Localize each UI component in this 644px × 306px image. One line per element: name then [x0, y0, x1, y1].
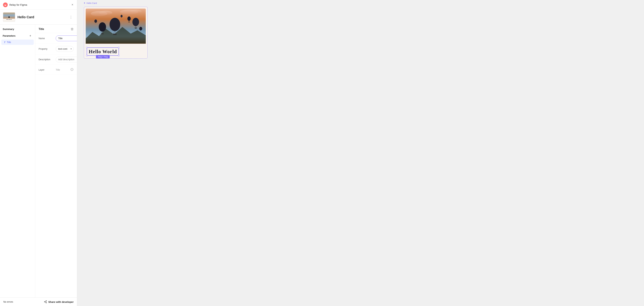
svg-point-15	[99, 11, 112, 15]
property-select[interactable]: text-content visible fill	[56, 46, 74, 52]
svg-rect-25	[101, 33, 104, 34]
panel-footer: No errors Share with developer	[0, 298, 77, 306]
description-input[interactable]	[56, 57, 77, 62]
relay-logo-icon	[3, 2, 8, 7]
card-title-text: Hello World	[89, 49, 117, 54]
share-with-developer-button[interactable]: Share with developer	[44, 300, 74, 303]
component-thumbnail: Hello World	[3, 12, 15, 22]
params-sidebar: Summary Parameters + T Title	[0, 25, 35, 298]
app-title: Relay for Figma	[10, 3, 27, 6]
thumbnail-image	[3, 12, 15, 18]
property-label: Property	[38, 47, 54, 50]
card-image	[86, 8, 146, 44]
share-icon	[44, 300, 47, 303]
svg-point-3	[72, 69, 72, 70]
svg-point-10	[46, 302, 46, 303]
svg-rect-29	[135, 28, 137, 28]
component-header-left: Hello World Hello Card	[3, 12, 34, 22]
summary-section-title: Summary	[0, 25, 35, 32]
svg-line-12	[45, 301, 46, 302]
svg-point-8	[46, 301, 46, 302]
param-name: Title	[7, 41, 11, 43]
left-panel: Relay for Figma × Hello World Hello Card…	[0, 0, 77, 306]
svg-point-35	[139, 27, 142, 30]
add-parameter-button[interactable]: +	[28, 34, 32, 38]
svg-point-30	[128, 16, 131, 21]
svg-point-37	[120, 15, 122, 17]
svg-point-18	[110, 18, 120, 31]
svg-rect-32	[128, 22, 130, 22]
canvas-component-name: Hello Card	[86, 2, 97, 4]
layer-field-row: Layer Title	[35, 65, 77, 75]
panel-header: Relay for Figma ×	[0, 0, 77, 10]
selection-handle-top-left	[86, 47, 88, 48]
property-select-wrapper: text-content visible fill ▾	[56, 46, 74, 52]
name-input[interactable]	[56, 35, 77, 41]
layer-label: Layer	[38, 68, 54, 71]
right-canvas: ✦ Hello Card	[77, 0, 644, 306]
param-type-icon: T	[4, 41, 5, 43]
component-diamond-icon: ✦	[84, 2, 86, 4]
parameters-label: Parameters	[3, 34, 16, 37]
parameters-section-header: Parameters +	[0, 32, 35, 39]
selection-handle-bottom-left	[86, 55, 88, 56]
hello-card: Hello World Hug × Hug	[84, 7, 148, 59]
svg-point-9	[44, 302, 45, 302]
layer-target-button[interactable]	[70, 68, 74, 72]
property-field-row: Property text-content visible fill ▾	[35, 44, 77, 54]
svg-point-22	[99, 22, 106, 32]
detail-header: Title	[35, 25, 77, 33]
svg-line-11	[45, 302, 46, 303]
svg-point-17	[130, 10, 142, 13]
kebab-menu-button[interactable]: ⋮	[68, 14, 74, 20]
detail-panel-title: Title	[38, 28, 44, 31]
delete-button[interactable]	[70, 28, 74, 31]
description-label: Description	[38, 58, 54, 61]
canvas-component-label: ✦ Hello Card	[84, 2, 97, 4]
svg-point-33	[94, 19, 97, 23]
svg-point-26	[132, 18, 139, 26]
description-field-row: Description	[35, 54, 77, 65]
component-header: Hello World Hello Card ⋮	[0, 10, 77, 25]
thumbnail-balloon-icon	[8, 16, 10, 18]
balloon-scene-svg	[86, 8, 146, 44]
card-title-wrapper: Hello World Hug × Hug	[84, 45, 148, 58]
selection-handle-top-right	[118, 47, 120, 48]
name-label: Name	[38, 37, 54, 40]
param-item-title[interactable]: T Title	[1, 39, 34, 45]
canvas-component-wrapper: ✦ Hello Card	[84, 7, 148, 59]
selection-handle-bottom-right	[118, 55, 120, 56]
close-button[interactable]: ×	[71, 2, 74, 7]
panel-header-left: Relay for Figma	[3, 2, 27, 7]
thumbnail-text: Hello World	[3, 18, 15, 20]
split-content: Summary Parameters + T Title Title	[0, 25, 77, 298]
name-field-row: Name	[35, 33, 77, 44]
card-title-selected-area: Hello World Hug × Hug	[87, 47, 119, 56]
layer-value: Title	[56, 67, 68, 72]
svg-point-1	[5, 4, 6, 5]
detail-panel: Title Name Property	[35, 25, 77, 298]
no-errors-label: No errors	[3, 301, 13, 303]
hug-badge: Hug × Hug	[96, 55, 110, 58]
svg-rect-21	[113, 34, 116, 35]
component-name: Hello Card	[18, 15, 34, 19]
